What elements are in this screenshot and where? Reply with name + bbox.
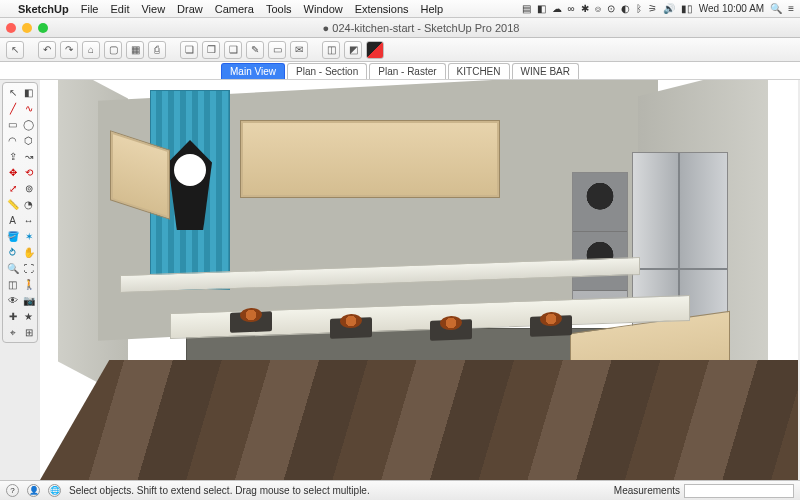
toolbar-box-icon[interactable]: ▢ [104,41,122,59]
toolbar-pointer-icon[interactable]: ↖ [6,41,24,59]
tray-icon[interactable]: ⌾ [595,3,601,14]
tool-section-icon[interactable]: ◫ [5,277,20,292]
tool-rectangle-icon[interactable]: ▭ [5,117,20,132]
tray-icon[interactable]: ∞ [568,3,575,14]
toolbar-component-icon[interactable]: ▦ [126,41,144,59]
wifi-icon[interactable]: ⚞ [648,3,657,14]
scene-tab-main-view[interactable]: Main View [221,63,285,79]
tray-icon[interactable]: ◐ [621,3,630,14]
window-titlebar: ● 024-kitchen-start - SketchUp Pro 2018 [0,18,800,38]
toolbar-page-icon[interactable]: ▭ [268,41,286,59]
tool-tape-icon[interactable]: 📏 [5,197,20,212]
tool-pushpull-icon[interactable]: ⇪ [5,149,20,164]
status-help-icon[interactable]: ? [6,484,19,497]
model-placemat [230,311,272,332]
tool-polygon-icon[interactable]: ⬡ [21,133,36,148]
bluetooth-icon[interactable]: ᛒ [636,3,642,14]
tool-followme-icon[interactable]: ↝ [21,149,36,164]
tool-ext-c-icon[interactable]: ⌖ [5,325,20,340]
tool-orbit-icon[interactable]: ⥁ [5,245,20,260]
tool-eraser-icon[interactable]: ◧ [21,85,36,100]
menu-view[interactable]: View [141,3,165,15]
toolbar-iso2-icon[interactable]: ◩ [344,41,362,59]
notifications-icon[interactable]: ≡ [788,3,794,14]
toolbar-layers-icon[interactable]: ❏ [180,41,198,59]
tool-rotate-icon[interactable]: ⟲ [21,165,36,180]
clock[interactable]: Wed 10:00 AM [699,3,764,14]
tray-icon[interactable]: ◧ [537,3,546,14]
tool-text-icon[interactable]: A [5,213,20,228]
status-user-icon[interactable]: 👤 [27,484,40,497]
tool-paint-icon[interactable]: 🪣 [5,229,20,244]
close-window-button[interactable] [6,23,16,33]
tool-line-icon[interactable]: ╱ [5,101,20,116]
tray-icon[interactable]: ✱ [581,3,589,14]
app-name[interactable]: SketchUp [18,3,69,15]
tool-dimension-icon[interactable]: ↔ [21,213,36,228]
tool-ext-d-icon[interactable]: ⊞ [21,325,36,340]
menu-camera[interactable]: Camera [215,3,254,15]
tool-zoom-icon[interactable]: 🔍 [5,261,20,276]
tool-offset-icon[interactable]: ⊚ [21,181,36,196]
tool-protractor-icon[interactable]: ◔ [21,197,36,212]
tool-move-icon[interactable]: ✥ [5,165,20,180]
window-title: 024-kitchen-start - SketchUp Pro 2018 [332,22,519,34]
toolbar-redo-icon[interactable]: ↷ [60,41,78,59]
toolbar-doc-icon[interactable]: ✎ [246,41,264,59]
menu-extensions[interactable]: Extensions [355,3,409,15]
scene-tab-kitchen[interactable]: KITCHEN [448,63,510,79]
tool-ext-a-icon[interactable]: ✚ [5,309,20,324]
tool-look-icon[interactable]: 👁 [5,293,20,308]
menu-edit[interactable]: Edit [110,3,129,15]
menu-draw[interactable]: Draw [177,3,203,15]
tool-ext-b-icon[interactable]: ★ [21,309,36,324]
tray-icon[interactable]: ☁ [552,3,562,14]
toolbar-layers2-icon[interactable]: ❐ [202,41,220,59]
mac-system-tray: ▤ ◧ ☁ ∞ ✱ ⌾ ⊙ ◐ ᛒ ⚞ 🔊 ▮▯ Wed 10:00 AM 🔍 … [522,3,794,14]
menu-window[interactable]: Window [304,3,343,15]
scene-tab-wine-bar[interactable]: WINE BAR [512,63,579,79]
tool-axes-icon[interactable]: ✶ [21,229,36,244]
model-placemat [330,317,372,338]
status-hint: Select objects. Shift to extend select. … [69,485,370,496]
measurements-label: Measurements [614,485,680,496]
tool-walk-icon[interactable]: 🚶 [21,277,36,292]
tool-zoomextents-icon[interactable]: ⛶ [21,261,36,276]
measurements-input[interactable] [684,484,794,498]
toolbar-iso-icon[interactable]: ◫ [322,41,340,59]
tool-position-icon[interactable]: 📷 [21,293,36,308]
tool-circle-icon[interactable]: ◯ [21,117,36,132]
toolbar-send-icon[interactable]: ✉ [290,41,308,59]
toolbar-swatch-icon[interactable] [366,41,384,59]
menu-tools[interactable]: Tools [266,3,292,15]
scene-tab-plan-raster[interactable]: Plan - Raster [369,63,445,79]
tool-freehand-icon[interactable]: ∿ [21,101,36,116]
volume-icon[interactable]: 🔊 [663,3,675,14]
model-viewport[interactable] [40,80,798,480]
toolbar-undo-icon[interactable]: ↶ [38,41,56,59]
tool-arc-icon[interactable]: ◠ [5,133,20,148]
menu-help[interactable]: Help [421,3,444,15]
tool-palette: ↖ ◧ ╱ ∿ ▭ ◯ ◠ ⬡ ⇪ ↝ ✥ ⟲ ⤢ ⊚ 📏 ◔ A ↔ 🪣 ✶ … [2,82,38,343]
tray-icon[interactable]: ⊙ [607,3,615,14]
battery-icon[interactable]: ▮▯ [681,3,693,14]
tool-scale-icon[interactable]: ⤢ [5,181,20,196]
tool-pan-icon[interactable]: ✋ [21,245,36,260]
model-floor [40,360,798,480]
zoom-window-button[interactable] [38,23,48,33]
status-bar: ? 👤 🌐 Select objects. Shift to extend se… [0,480,800,500]
toolbar-print-icon[interactable]: ⎙ [148,41,166,59]
mac-menubar: SketchUp File Edit View Draw Camera Tool… [0,0,800,18]
edited-indicator: ● [323,22,330,34]
minimize-window-button[interactable] [22,23,32,33]
toolbar-layers3-icon[interactable]: ❑ [224,41,242,59]
menu-file[interactable]: File [81,3,99,15]
status-geo-icon[interactable]: 🌐 [48,484,61,497]
scene-tabs: Main View Plan - Section Plan - Raster K… [0,62,800,80]
tool-select-icon[interactable]: ↖ [5,85,20,100]
tray-icon[interactable]: ▤ [522,3,531,14]
toolbar-home-icon[interactable]: ⌂ [82,41,100,59]
spotlight-icon[interactable]: 🔍 [770,3,782,14]
scene-tab-plan-section[interactable]: Plan - Section [287,63,367,79]
model-upper-cabinets [240,120,500,198]
